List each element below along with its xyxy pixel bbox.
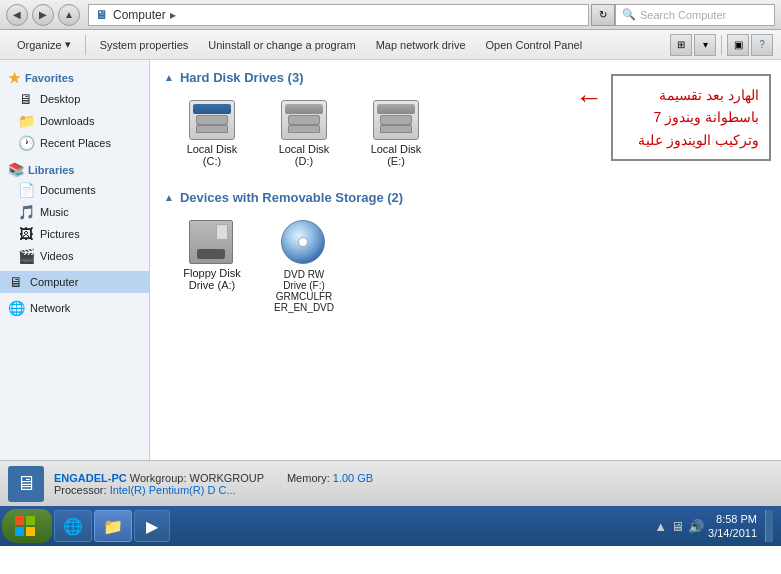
map-network-button[interactable]: Map network drive — [367, 33, 475, 57]
workgroup-value: WORKGROUP — [190, 472, 264, 484]
sidebar-item-music[interactable]: 🎵 Music — [0, 201, 149, 223]
system-tray: ▲ 🖥 🔊 8:58 PM 3/14/2011 — [648, 510, 779, 542]
sidebar-item-downloads[interactable]: 📁 Downloads — [0, 110, 149, 132]
clock-time: 8:58 PM — [708, 512, 757, 526]
drive-floppy[interactable]: Floppy DiskDrive (A:) — [174, 215, 250, 318]
drive-dvd[interactable]: DVD RWDrive (F:)GRMCULFRER_EN_DVD — [266, 215, 342, 318]
drive-d-label: Local Disk(D:) — [279, 143, 330, 167]
drive-c[interactable]: Local Disk(C:) — [174, 95, 250, 172]
sidebar-item-documents[interactable]: 📄 Documents — [0, 179, 149, 201]
removable-section-header: Devices with Removable Storage (2) — [164, 190, 767, 205]
computer-name: ENGADEL-PC — [54, 472, 127, 484]
memory-label: Memory: — [287, 472, 330, 484]
sidebar-recent-label: Recent Places — [40, 137, 111, 149]
desktop-icon: 🖥 — [18, 91, 34, 107]
favorites-section: ★ Favorites 🖥 Desktop 📁 Downloads 🕐 Rece… — [0, 66, 149, 154]
open-control-panel-button[interactable]: Open Control Panel — [477, 33, 592, 57]
hdd-e-icon — [373, 100, 419, 140]
open-control-label: Open Control Panel — [486, 39, 583, 51]
map-network-label: Map network drive — [376, 39, 466, 51]
refresh-button[interactable]: ↻ — [591, 4, 615, 26]
tray-network-icon[interactable]: 🖥 — [671, 519, 684, 534]
sidebar-downloads-label: Downloads — [40, 115, 94, 127]
taskbar-ie-button[interactable]: 🌐 — [54, 510, 92, 542]
search-placeholder: Search Computer — [640, 9, 726, 21]
annotation-line1: الهارد بعد تقسيمة — [623, 84, 759, 106]
address-text: Computer — [113, 8, 166, 22]
svg-rect-0 — [15, 516, 24, 525]
annotation-box: الهارد بعد تقسيمة باسطوانة ويندوز 7 وترك… — [611, 74, 771, 161]
libraries-section: 📚 Libraries 📄 Documents 🎵 Music 🖼 Pictur… — [0, 158, 149, 267]
favorites-label: Favorites — [25, 72, 74, 84]
windows-logo-icon — [14, 515, 36, 537]
view-tiles-button[interactable]: ⊞ — [670, 34, 692, 56]
hard-disk-section-title: Hard Disk Drives (3) — [180, 70, 304, 85]
status-bar: 🖥 ENGADEL-PC Workgroup: WORKGROUP Memory… — [0, 460, 781, 506]
sidebar-item-computer[interactable]: 🖥 Computer — [0, 271, 149, 293]
sidebar-network-label: Network — [30, 302, 70, 314]
sidebar-videos-label: Videos — [40, 250, 73, 262]
view-chevron-button[interactable]: ▾ — [694, 34, 716, 56]
content-area: Hard Disk Drives (3) Local Disk(C:) Loca… — [150, 60, 781, 460]
sidebar-pictures-label: Pictures — [40, 228, 80, 240]
hdd-d-icon — [281, 100, 327, 140]
drive-d[interactable]: Local Disk(D:) — [266, 95, 342, 172]
documents-icon: 📄 — [18, 182, 34, 198]
processor-value: Intel(R) Pentium(R) D C... — [110, 484, 236, 496]
svg-rect-1 — [26, 516, 35, 525]
sidebar-documents-label: Documents — [40, 184, 96, 196]
drive-e[interactable]: Local Disk(E:) — [358, 95, 434, 172]
help-button[interactable]: ? — [751, 34, 773, 56]
annotation-line3: وتركيب الويندوز علية — [623, 129, 759, 151]
sidebar-item-videos[interactable]: 🎬 Videos — [0, 245, 149, 267]
status-info: ENGADEL-PC Workgroup: WORKGROUP Memory: … — [54, 472, 373, 496]
svg-rect-2 — [15, 527, 24, 536]
network-icon: 🌐 — [8, 300, 24, 316]
address-path[interactable]: 🖥 Computer ▸ — [88, 4, 589, 26]
tray-volume-icon[interactable]: 🔊 — [688, 519, 704, 534]
removable-section-title: Devices with Removable Storage (2) — [180, 190, 403, 205]
title-bar: ◀ ▶ ▲ 🖥 Computer ▸ ↻ 🔍 Search Computer — [0, 0, 781, 30]
sidebar-item-network[interactable]: 🌐 Network — [0, 297, 149, 319]
sidebar-item-desktop[interactable]: 🖥 Desktop — [0, 88, 149, 110]
main-area: ★ Favorites 🖥 Desktop 📁 Downloads 🕐 Rece… — [0, 60, 781, 460]
show-desktop-button[interactable] — [765, 510, 773, 542]
annotation: ← الهارد بعد تقسيمة باسطوانة ويندوز 7 وت… — [575, 74, 771, 161]
search-icon: 🔍 — [622, 8, 636, 21]
tray-up-arrow-icon[interactable]: ▲ — [654, 519, 667, 534]
floppy-label: Floppy DiskDrive (A:) — [183, 267, 240, 291]
organize-chevron: ▾ — [65, 38, 71, 51]
pictures-icon: 🖼 — [18, 226, 34, 242]
memory-value: 1.00 GB — [333, 472, 373, 484]
libraries-header[interactable]: 📚 Libraries — [0, 158, 149, 179]
downloads-icon: 📁 — [18, 113, 34, 129]
sidebar-item-recent-places[interactable]: 🕐 Recent Places — [0, 132, 149, 154]
clock-date: 3/14/2011 — [708, 526, 757, 540]
libraries-label: Libraries — [28, 164, 74, 176]
sidebar-item-pictures[interactable]: 🖼 Pictures — [0, 223, 149, 245]
search-box[interactable]: 🔍 Search Computer — [615, 4, 775, 26]
uninstall-button[interactable]: Uninstall or change a program — [199, 33, 364, 57]
workgroup-label: Workgroup: — [130, 472, 187, 484]
sidebar-music-label: Music — [40, 206, 69, 218]
toolbar-sep2 — [721, 35, 722, 55]
start-button[interactable] — [2, 509, 52, 543]
nav-forward-button[interactable]: ▶ — [32, 4, 54, 26]
taskbar-media-button[interactable]: ▶ — [134, 510, 170, 542]
sidebar-computer-label: Computer — [30, 276, 78, 288]
nav-up-button[interactable]: ▲ — [58, 4, 80, 26]
organize-button[interactable]: Organize ▾ — [8, 33, 80, 57]
taskbar: 🌐 📁 ▶ ▲ 🖥 🔊 8:58 PM 3/14/2011 — [0, 506, 781, 546]
nav-back-button[interactable]: ◀ — [6, 4, 28, 26]
preview-pane-button[interactable]: ▣ — [727, 34, 749, 56]
ie-icon: 🌐 — [63, 517, 83, 536]
toolbar-right: ⊞ ▾ ▣ ? — [670, 34, 773, 56]
dvd-drive-icon — [281, 220, 327, 266]
dvd-label: DVD RWDrive (F:)GRMCULFRER_EN_DVD — [274, 269, 334, 313]
system-properties-button[interactable]: System properties — [91, 33, 198, 57]
taskbar-explorer-button[interactable]: 📁 — [94, 510, 132, 542]
libraries-icon: 📚 — [8, 162, 24, 177]
nav-controls: ◀ ▶ ▲ — [6, 4, 80, 26]
organize-label: Organize — [17, 39, 62, 51]
favorites-header[interactable]: ★ Favorites — [0, 66, 149, 88]
